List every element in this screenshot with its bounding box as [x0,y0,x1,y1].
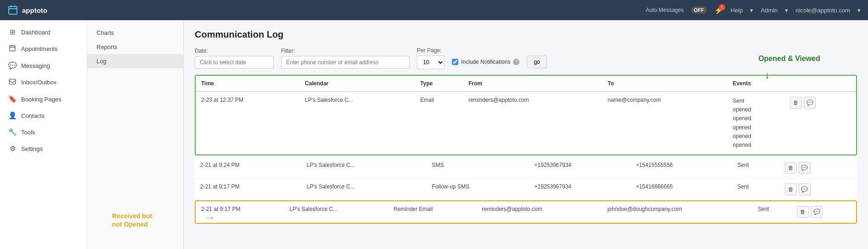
received-not-opened-annotation: Received butnot Opened [112,212,152,228]
filter-filter-group: Filter: [281,48,410,69]
comm-table-green: Time Calendar Type From To Events 2-23 a… [196,76,856,155]
col-calendar: Calendar [299,76,415,92]
cell-calendar: LP's Salesforce C... [299,92,415,155]
subnav-item-charts[interactable]: Charts [87,26,183,40]
col-events: Events [727,76,785,92]
chat-button[interactable]: 💬 [799,162,811,174]
table-row: 2-23 at 12:37 PM LP's Salesforce C... Em… [196,92,856,155]
table-body-orange: 2-21 at 9:17 PM LP's Salesforce C... Rem… [196,201,856,223]
table-body-normal: 2-21 at 9:24 PM LP's Salesforce C... SMS… [195,157,857,200]
top-nav-right: Auto Messages OFF ⚡ 1 Help ▾ Admin ▾ nic… [646,6,861,15]
page-title: Communication Log [195,29,857,40]
col-time: Time [196,76,299,92]
notification-badge: 1 [719,4,725,11]
logo-icon [7,5,18,16]
delete-button[interactable]: 🗑 [797,206,809,218]
cell-time: 2-21 at 9:17 PM [195,179,301,200]
green-highlight-table: Time Calendar Type From To Events 2-23 a… [195,75,857,155]
annotation-text: Received butnot Opened [112,212,152,228]
table-body-green: 2-23 at 12:37 PM LP's Salesforce C... Em… [196,92,856,155]
cell-actions: 🗑 💬 [784,92,856,155]
table-header-row: Time Calendar Type From To Events [196,76,856,92]
table-row: 2-21 at 9:17 PM LP's Salesforce C... Rem… [196,201,856,223]
chat-button[interactable]: 💬 [811,206,823,218]
sidebar-item-tools[interactable]: 🔧 Tools [0,124,87,140]
sidebar-item-contacts[interactable]: 👤 Contacts [0,107,87,124]
delete-button[interactable]: 🗑 [785,162,797,174]
app-name: apptoto [22,6,47,14]
per-page-label: Per Page: [417,47,445,54]
event-sent: Sent [733,97,779,105]
event-opened-1: opened [733,105,779,114]
cell-events: Sent [732,179,779,200]
col-from: From [463,76,602,92]
inbox-icon [8,78,17,87]
notifications-help-icon[interactable]: ? [513,59,519,65]
auto-messages-label: Auto Messages [646,7,684,13]
orange-highlight-table: 2-21 at 9:17 PM LP's Salesforce C... Rem… [195,200,857,224]
sidebar: ⊞ Dashboard Appointments 💬 Messaging Inb… [0,20,87,249]
chat-button[interactable]: 💬 [799,183,811,195]
col-type: Type [415,76,463,92]
event-opened-3: opened [733,123,779,132]
svg-rect-8 [9,79,15,84]
cell-events: Sent opened opened opened opened opened [727,92,785,155]
filter-label: Filter: [281,48,410,54]
date-input[interactable] [195,56,274,69]
chat-button[interactable]: 💬 [804,97,816,109]
admin-menu[interactable]: Admin [761,7,778,14]
sidebar-item-label: Tools [21,129,35,136]
cell-type: Follow-up SMS [427,179,529,200]
user-email[interactable]: nicole@apptoto.com [795,7,850,14]
sidebar-item-label: Booking Pages [21,96,61,103]
filter-input[interactable] [281,56,410,69]
received-not-opened-arrow: → [204,210,216,225]
notifications-icon[interactable]: ⚡ 1 [714,6,723,15]
delete-button[interactable]: 🗑 [785,183,797,195]
cell-events: Sent [732,157,779,179]
cell-to: +15416666665 [631,179,732,200]
sidebar-item-messaging[interactable]: 💬 Messaging [0,57,87,74]
include-notifications-checkbox[interactable] [452,59,458,65]
include-notifications-group: Include Notifications ? [452,59,519,65]
sidebar-item-booking[interactable]: 🔖 Booking Pages [0,91,87,107]
subnav-item-log[interactable]: Log [87,54,183,68]
app-logo[interactable]: apptoto [7,5,640,16]
settings-icon: ⚙ [8,144,17,153]
subnav-item-reports[interactable]: Reports [87,40,183,54]
cell-events: Sent [752,201,792,223]
cell-calendar: LP's Salesforce C... [301,179,427,200]
go-button[interactable]: go [527,55,547,68]
top-nav: apptoto Auto Messages OFF ⚡ 1 Help ▾ Adm… [0,0,868,20]
event-opened-2: opened [733,114,779,123]
table-row: 2-21 at 9:17 PM LP's Salesforce C... Fol… [195,179,857,200]
appointments-icon [8,44,17,53]
sidebar-item-inbox[interactable]: Inbox/Outbox [0,74,87,91]
event-opened-4: opened [733,132,779,141]
date-label: Date: [195,48,274,54]
dashboard-icon: ⊞ [8,28,17,36]
sidebar-item-label: Messaging [21,62,50,69]
comm-table-normal: 2-21 at 9:24 PM LP's Salesforce C... SMS… [195,157,857,200]
delete-button[interactable]: 🗑 [790,97,802,109]
include-notifications-label: Include Notifications [461,59,510,65]
cell-from: +19253967934 [529,157,631,179]
cell-actions: 🗑 💬 [779,179,857,200]
help-menu[interactable]: Help [731,7,743,14]
per-page-select[interactable]: 10 25 50 100 [417,55,445,69]
date-filter-group: Date: [195,48,274,69]
row-actions: 🗑 💬 [785,162,851,174]
svg-rect-4 [10,46,15,51]
col-to: To [602,76,727,92]
cell-time: 2-23 at 12:37 PM [196,92,299,155]
col-actions [784,76,856,92]
contacts-icon: 👤 [8,111,17,120]
cell-type: Reminder Email [388,201,476,223]
sidebar-item-settings[interactable]: ⚙ Settings [0,140,87,157]
cell-from: +19253967934 [529,179,631,200]
sidebar-item-appointments[interactable]: Appointments [0,40,87,57]
auto-messages-toggle[interactable]: OFF [691,6,707,14]
cell-time: 2-21 at 9:24 PM [195,157,301,179]
sidebar-item-dashboard[interactable]: ⊞ Dashboard [0,24,87,40]
cell-actions: 🗑 💬 [791,201,856,223]
